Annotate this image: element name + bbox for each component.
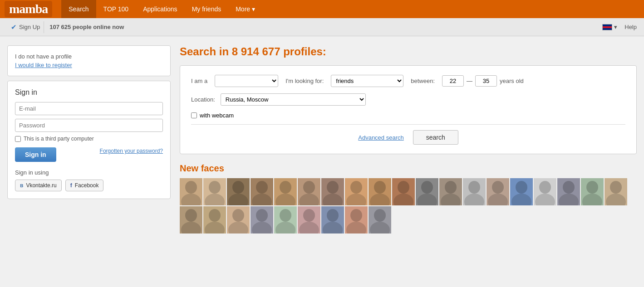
face-thumbnail[interactable]	[369, 178, 391, 205]
vk-icon: в	[20, 182, 23, 189]
social-buttons: в Vkontakte.ru f Facebook	[15, 180, 163, 191]
svg-point-61	[209, 209, 221, 222]
svg-point-58	[185, 209, 197, 222]
svg-point-82	[374, 209, 386, 222]
iam-label: I am a	[191, 78, 207, 84]
face-thumbnail[interactable]	[416, 178, 438, 205]
search-row2: Location: Russia, Moscow	[191, 93, 625, 106]
svg-point-31	[421, 181, 433, 194]
face-thumbnail[interactable]	[274, 206, 297, 233]
looking-select[interactable]: friends romance dating	[331, 75, 403, 87]
no-profile-box: I do not have a profile I would like to …	[7, 45, 171, 76]
nav-search[interactable]: Search	[61, 0, 96, 18]
face-thumbnail[interactable]	[321, 206, 344, 233]
face-thumbnail[interactable]	[581, 178, 604, 205]
nav-top100[interactable]: TOP 100	[96, 0, 136, 18]
search-action-row: Advanced search search	[191, 130, 625, 145]
face-thumbnail[interactable]	[439, 178, 462, 205]
svg-point-43	[516, 181, 527, 194]
svg-point-52	[586, 181, 598, 194]
language-button[interactable]: ▾	[602, 24, 617, 30]
chevron-down-icon: ▾	[614, 24, 617, 30]
flag-icon	[602, 24, 612, 30]
age-from-input[interactable]	[442, 75, 464, 87]
svg-point-22	[350, 181, 362, 194]
looking-label: I'm looking for:	[285, 78, 324, 84]
face-thumbnail[interactable]	[180, 178, 202, 205]
face-thumbnail[interactable]	[203, 178, 226, 205]
signin-box: Sign in This is a third party computer S…	[7, 81, 171, 199]
face-thumbnail[interactable]	[369, 206, 391, 233]
search-header: Search in 8 914 677 profiles:	[180, 45, 637, 58]
svg-point-40	[492, 181, 504, 194]
facebook-button[interactable]: f Facebook	[65, 180, 104, 191]
svg-point-76	[327, 209, 339, 222]
svg-point-4	[209, 181, 221, 194]
check-icon: ✔	[11, 23, 17, 31]
logo[interactable]: mamba	[5, 1, 52, 17]
face-thumbnail[interactable]	[510, 178, 533, 205]
search-row1: I am a man woman I'm looking for: friend…	[191, 75, 625, 87]
face-thumbnail[interactable]	[345, 178, 368, 205]
location-select[interactable]: Russia, Moscow	[221, 93, 366, 106]
face-thumbnail[interactable]	[605, 178, 627, 205]
signup-label: Sign Up	[19, 24, 40, 30]
face-thumbnail[interactable]	[392, 178, 415, 205]
face-thumbnail[interactable]	[463, 178, 486, 205]
location-label: Location:	[191, 96, 215, 103]
advanced-search-link[interactable]: Advanced search	[358, 134, 403, 141]
webcam-row: with webcam	[191, 112, 625, 119]
register-link[interactable]: I would like to register	[15, 62, 72, 68]
face-thumbnail[interactable]	[227, 206, 250, 233]
nav-more[interactable]: More ▾	[228, 0, 262, 18]
svg-point-70	[280, 209, 291, 222]
nav-myfriends[interactable]: My friends	[185, 0, 229, 18]
help-link[interactable]: Help	[624, 24, 637, 30]
signup-button[interactable]: ✔ Sign Up	[7, 21, 44, 33]
age-to-input[interactable]	[475, 75, 497, 87]
svg-point-46	[539, 181, 551, 194]
face-thumbnail[interactable]	[298, 178, 320, 205]
years-old-label: years old	[500, 78, 524, 84]
face-thumbnail[interactable]	[180, 206, 202, 233]
face-thumbnail[interactable]	[274, 178, 297, 205]
face-thumbnail[interactable]	[557, 178, 580, 205]
third-party-row: This is a third party computer	[15, 136, 163, 142]
face-thumbnail[interactable]	[298, 206, 320, 233]
left-panel: I do not have a profile I would like to …	[7, 45, 171, 233]
signin-using-label: Sign in using	[15, 169, 163, 176]
svg-point-67	[256, 209, 268, 222]
forgotten-password-link[interactable]: Forgotten your password?	[100, 147, 163, 155]
face-thumbnail[interactable]	[487, 178, 509, 205]
signin-button[interactable]: Sign in	[15, 147, 56, 162]
face-thumbnail[interactable]	[321, 178, 344, 205]
face-thumbnail[interactable]	[251, 178, 273, 205]
top-nav: mamba Search TOP 100 Applications My fri…	[0, 0, 644, 18]
face-thumbnail[interactable]	[227, 178, 250, 205]
webcam-checkbox[interactable]	[191, 112, 197, 118]
email-input[interactable]	[15, 102, 163, 115]
password-input[interactable]	[15, 119, 163, 132]
svg-point-49	[563, 181, 575, 194]
webcam-label: with webcam	[200, 112, 234, 119]
face-thumbnail[interactable]	[203, 206, 226, 233]
svg-point-64	[232, 209, 244, 222]
iam-select[interactable]: man woman	[215, 75, 278, 87]
age-dash: —	[467, 78, 472, 84]
svg-point-55	[610, 181, 622, 194]
search-button[interactable]: search	[413, 130, 458, 145]
vkontakte-button[interactable]: в Vkontakte.ru	[15, 180, 62, 191]
nav-applications[interactable]: Applications	[136, 0, 185, 18]
search-form: I am a man woman I'm looking for: friend…	[180, 65, 637, 154]
face-thumbnail[interactable]	[251, 206, 273, 233]
svg-point-25	[374, 181, 386, 194]
svg-point-7	[232, 181, 244, 194]
main-layout: I do not have a profile I would like to …	[0, 36, 644, 243]
face-thumbnail[interactable]	[534, 178, 556, 205]
search-divider	[191, 124, 625, 125]
face-thumbnail[interactable]	[345, 206, 368, 233]
sub-bar: ✔ Sign Up 107 625 people online now ▾ He…	[0, 18, 644, 36]
third-party-checkbox[interactable]	[15, 136, 21, 142]
third-party-label: This is a third party computer	[24, 136, 94, 142]
between-label: between:	[411, 78, 435, 84]
